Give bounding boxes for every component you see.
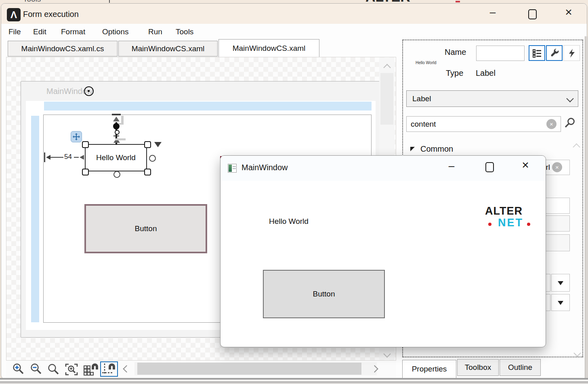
resize-handle-bottom-middle[interactable] — [113, 171, 120, 178]
menu-format[interactable]: Format — [61, 27, 85, 36]
dimension-arrow-right-icon — [80, 155, 84, 160]
logo-text-net: NET — [498, 217, 523, 229]
minimize-icon: – — [449, 160, 454, 172]
close-icon: × — [522, 158, 529, 171]
run-button-text: Button — [313, 290, 335, 298]
dimension-end-bar — [44, 152, 45, 162]
zoom-to-fit-icon — [64, 362, 79, 377]
resize-handle-top-left[interactable] — [82, 141, 89, 148]
dock-tab-label: Properties — [412, 365, 447, 374]
screen: Tools ALTER Λ Form execution – × File Ed… — [0, 0, 588, 384]
property-filter-input[interactable] — [406, 116, 561, 132]
search-icon — [563, 117, 576, 130]
menu-run[interactable]: Run — [148, 27, 162, 36]
mock-left-strip[interactable] — [31, 116, 39, 322]
dimension-line2 — [74, 157, 79, 158]
dock-tab-outline[interactable]: Outline — [500, 359, 541, 376]
zoom-reset-button[interactable] — [47, 363, 60, 376]
run-button[interactable]: Button — [263, 270, 385, 318]
canvas-toolbar — [6, 361, 396, 378]
resize-handle-bottom-left[interactable] — [82, 169, 89, 175]
snap-lines-button[interactable] — [100, 361, 118, 377]
common-category-label[interactable]: Common — [420, 144, 453, 154]
tab-label: MainWindowCS.xaml — [132, 44, 205, 53]
selected-element-preview: Hello World — [416, 61, 437, 65]
combobox-chevron-icon — [566, 95, 573, 102]
design-button[interactable]: Button — [84, 204, 207, 253]
tab-label: MainWindowCS.xaml — [233, 44, 306, 53]
run-window-titlebar[interactable]: MainWindow – × — [220, 156, 546, 181]
background-right-edge — [585, 36, 588, 378]
app-titlebar[interactable]: Λ Form execution – × — [1, 4, 587, 24]
zoom-out-button[interactable] — [29, 362, 43, 376]
class-selector-combobox[interactable]: Label — [406, 90, 578, 107]
design-label-text: Hello World — [96, 153, 136, 162]
resize-handle-top-right[interactable] — [144, 141, 151, 148]
type-label: Type — [446, 69, 463, 78]
tab-mainwindowcs-xaml-cs[interactable]: MainWindowCS.xaml.cs — [8, 41, 118, 56]
dock-tab-toolbox[interactable]: Toolbox — [457, 359, 499, 376]
snap-lines-icon — [101, 363, 117, 376]
menu-edit[interactable]: Edit — [33, 27, 46, 36]
dock-tab-label: Toolbox — [465, 363, 491, 372]
logo-dot-left-icon — [488, 223, 491, 226]
dock-tab-properties[interactable]: Properties — [402, 360, 456, 378]
window-origin-adorner-icon[interactable] — [84, 86, 94, 96]
canvas-horizontal-scrollbar[interactable] — [134, 362, 377, 375]
move-adorner-icon[interactable] — [71, 131, 82, 142]
design-button-text: Button — [135, 224, 157, 233]
snap-mark-vertical2 — [119, 123, 124, 125]
maximize-icon — [485, 162, 494, 172]
tab-label: MainWindowCS.xaml.cs — [21, 44, 104, 53]
canvas-hscroll-thumb[interactable] — [137, 363, 361, 375]
zoom-in-icon — [12, 362, 25, 376]
zoom-in-button[interactable] — [12, 362, 25, 376]
text-property-clear-button[interactable]: × — [552, 162, 562, 172]
wrench-icon — [550, 48, 559, 58]
name-input[interactable] — [476, 46, 525, 61]
property-combo-5-dropdown[interactable] — [551, 274, 570, 292]
app-close-button[interactable]: × — [562, 6, 575, 20]
app-minimize-button[interactable]: – — [486, 7, 500, 21]
zoom-out-icon — [29, 362, 43, 376]
anchor-tick-h-icon — [113, 136, 119, 136]
type-value: Label — [476, 69, 496, 78]
property-combo-6-dropdown[interactable] — [551, 294, 570, 311]
events-view-button[interactable] — [563, 45, 580, 61]
run-window[interactable]: MainWindow – × Hello World ALTER NET But… — [220, 155, 546, 347]
menu-tools[interactable]: Tools — [176, 27, 193, 36]
selection-dropdown-arrow-icon[interactable] — [154, 142, 162, 147]
snap-to-grid-button[interactable] — [83, 362, 98, 376]
run-label: Hello World — [269, 217, 309, 226]
filter-search-button[interactable] — [563, 117, 576, 130]
properties-view-button[interactable] — [546, 45, 563, 61]
tab-mainwindowcs-xaml[interactable]: MainWindowCS.xaml — [118, 41, 218, 56]
window-icon-line — [233, 166, 236, 167]
menu-file[interactable]: File — [8, 27, 21, 36]
zoom-to-fit-button[interactable] — [64, 362, 79, 377]
hscroll-left-icon[interactable] — [123, 365, 130, 372]
run-close-button[interactable]: × — [519, 159, 532, 173]
scroll-down-icon[interactable] — [383, 350, 391, 357]
run-maximize-button[interactable] — [482, 161, 496, 173]
mock-menustrip[interactable] — [44, 102, 372, 111]
tab-mainwindowcs-xaml-designer[interactable]: MainWindowCS.xaml — [218, 39, 319, 57]
anchor-pin-ring-icon — [115, 130, 120, 135]
app-maximize-button[interactable] — [525, 8, 539, 21]
resize-handle-bottom-right[interactable] — [144, 169, 151, 175]
resize-handle-right-middle[interactable] — [149, 155, 156, 162]
run-minimize-button[interactable]: – — [445, 161, 458, 174]
menu-options[interactable]: Options — [102, 27, 128, 36]
canvas-vscroll-thumb[interactable] — [380, 73, 393, 125]
scroll-up-icon[interactable] — [383, 64, 391, 71]
app-logo-icon: Λ — [7, 8, 21, 21]
categorized-view-button[interactable] — [529, 45, 545, 61]
run-window-icon — [228, 164, 237, 173]
window-icon-pane — [229, 165, 232, 172]
common-category-expander-icon[interactable] — [410, 147, 415, 151]
minimize-icon: – — [490, 6, 496, 18]
filter-clear-button[interactable]: × — [546, 119, 556, 129]
anchor-top-bar-icon — [112, 114, 121, 115]
design-label-selected[interactable]: Hello World — [85, 144, 147, 171]
move-cross-icon — [73, 133, 80, 140]
